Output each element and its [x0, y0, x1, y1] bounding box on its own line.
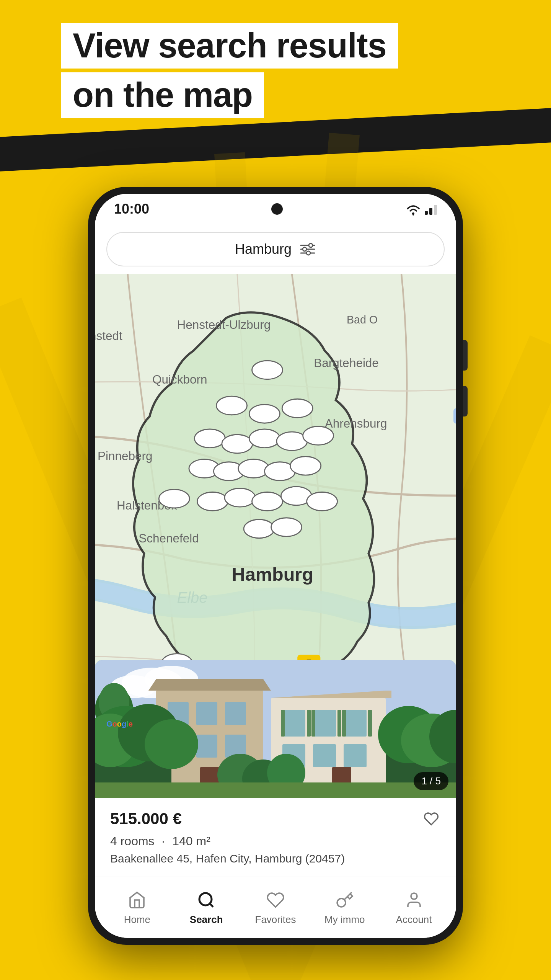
signal-bars — [425, 203, 437, 215]
map-area[interactable]: Elbe Hamburg Barmstedt Henstedt-Ulzburg … — [95, 274, 456, 877]
svg-rect-91 — [196, 735, 217, 758]
wifi-icon — [405, 203, 422, 216]
svg-text:Bargteheide: Bargteheide — [314, 356, 379, 370]
svg-point-59 — [271, 518, 302, 537]
image-counter: 1 / 5 — [414, 772, 448, 790]
account-icon — [403, 890, 424, 911]
search-bar[interactable]: Hamburg — [106, 232, 445, 266]
key-icon — [334, 890, 355, 911]
svg-line-109 — [210, 903, 213, 907]
my-immo-nav-label: My immo — [324, 914, 365, 926]
svg-rect-79 — [342, 710, 346, 737]
svg-rect-80 — [368, 710, 372, 737]
svg-point-40 — [249, 405, 280, 423]
svg-point-44 — [249, 429, 280, 448]
svg-rect-83 — [344, 744, 367, 767]
account-nav-label: Account — [396, 914, 432, 926]
price-row: 515.000 € — [110, 809, 441, 828]
svg-point-12 — [306, 251, 310, 255]
property-details: 515.000 € 4 rooms · 140 m² — [95, 798, 456, 877]
page-wrapper: View search results on the map 10:00 — [0, 0, 551, 980]
search-city-label: Hamburg — [235, 241, 292, 257]
svg-point-39 — [216, 396, 247, 415]
svg-point-55 — [252, 492, 282, 511]
svg-text:Hamburg: Hamburg — [232, 564, 314, 585]
area-label: 140 m² — [172, 834, 210, 848]
svg-marker-86 — [148, 679, 271, 691]
front-camera — [271, 203, 283, 215]
search-bar-container: Hamburg — [95, 224, 456, 274]
nav-item-favorites[interactable]: Favorites — [245, 890, 306, 926]
image-counter-text: 1 / 5 — [421, 775, 441, 787]
status-time: 10:00 — [114, 201, 149, 217]
status-icons — [405, 203, 437, 216]
property-info: 4 rooms · 140 m² — [110, 834, 441, 848]
nav-item-my-immo[interactable]: My immo — [314, 890, 375, 926]
svg-text:Barmstedt: Barmstedt — [95, 329, 122, 343]
svg-rect-36 — [453, 408, 456, 424]
svg-rect-89 — [225, 702, 246, 725]
bottom-nav: Home Search — [95, 877, 456, 938]
svg-point-43 — [222, 434, 253, 453]
property-price: 515.000 € — [110, 810, 182, 828]
svg-point-46 — [303, 426, 334, 445]
phone-frame: 10:00 — [88, 187, 463, 945]
svg-point-42 — [194, 429, 225, 448]
svg-point-52 — [159, 489, 189, 508]
svg-text:Quickborn: Quickborn — [152, 373, 207, 386]
svg-point-108 — [199, 893, 212, 905]
nav-item-account[interactable]: Account — [383, 890, 445, 926]
search-nav-label: Search — [190, 914, 223, 926]
svg-point-98 — [145, 719, 198, 769]
svg-point-10 — [303, 247, 306, 251]
svg-rect-106 — [95, 782, 456, 798]
svg-rect-74 — [344, 710, 367, 737]
svg-point-53 — [197, 492, 228, 511]
svg-point-58 — [244, 519, 274, 538]
home-icon — [127, 890, 148, 911]
favorites-icon — [265, 890, 286, 911]
svg-point-49 — [238, 459, 269, 478]
svg-point-57 — [307, 492, 337, 511]
phone-screen: 10:00 — [95, 194, 456, 938]
svg-text:Ahrensburg: Ahrensburg — [325, 417, 387, 430]
svg-text:Bad O: Bad O — [347, 314, 378, 326]
svg-rect-78 — [337, 710, 341, 737]
svg-point-51 — [290, 456, 321, 475]
nav-item-search[interactable]: Search — [176, 890, 237, 926]
svg-rect-82 — [313, 744, 336, 767]
google-watermark: Google — [106, 718, 152, 731]
svg-rect-72 — [282, 710, 305, 737]
svg-text:Pinneberg: Pinneberg — [98, 450, 152, 463]
filter-icon — [299, 242, 316, 256]
svg-point-41 — [282, 399, 313, 418]
property-card[interactable]: 1 / 5 515.000 € — [95, 660, 456, 877]
search-icon — [196, 890, 217, 911]
svg-point-6 — [412, 212, 414, 215]
svg-text:Henstedt-Ulzburg: Henstedt-Ulzburg — [177, 318, 271, 332]
phone-mockup: 10:00 — [88, 187, 463, 945]
svg-text:Schenefeld: Schenefeld — [139, 532, 199, 545]
svg-point-54 — [225, 488, 255, 507]
svg-rect-77 — [311, 710, 315, 737]
home-nav-label: Home — [124, 914, 150, 926]
svg-rect-75 — [281, 710, 285, 737]
svg-point-110 — [411, 893, 417, 899]
status-bar: 10:00 — [95, 194, 456, 224]
svg-point-8 — [309, 243, 313, 247]
svg-point-38 — [252, 361, 282, 379]
svg-rect-76 — [307, 710, 311, 737]
svg-rect-73 — [313, 710, 336, 737]
svg-rect-88 — [196, 702, 217, 725]
separator: · — [161, 834, 165, 848]
svg-text:Google: Google — [106, 720, 133, 728]
nav-item-home[interactable]: Home — [106, 890, 168, 926]
rooms-label: 4 rooms — [110, 834, 155, 848]
favorites-nav-label: Favorites — [255, 914, 296, 926]
favorite-button[interactable] — [422, 809, 441, 828]
property-address: Baakenallee 45, Hafen City, Hamburg (204… — [110, 852, 441, 865]
